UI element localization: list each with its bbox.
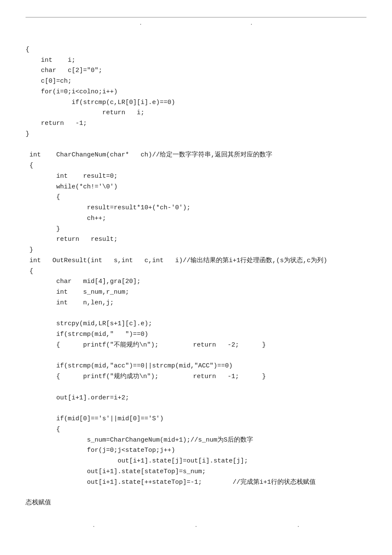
code-line-7: return i; <box>26 109 144 116</box>
bottom-dot-2: · <box>194 524 197 530</box>
code-line-26 <box>26 310 29 317</box>
code-line-9: } <box>26 130 29 138</box>
code-line-38: s_num=CharChangeNum(mid+1);//s_num为S后的数字 <box>26 436 253 444</box>
code-line-8: return -1; <box>26 120 87 127</box>
code-line-19: return result; <box>26 236 118 243</box>
code-line-34: out[i+1].order=i+2; <box>26 394 129 402</box>
code-line-37: { <box>26 426 60 433</box>
code-line-15: { <box>26 194 60 201</box>
bottom-dots: · · · <box>0 524 392 530</box>
code-line-30 <box>26 352 29 359</box>
top-divider <box>26 17 366 17</box>
code-line-10 <box>26 141 29 148</box>
code-line-29: { printf("不能规约\n"); return -2; } <box>26 341 266 349</box>
code-line-20: } <box>26 246 33 254</box>
page-container: · · { int i; char c[2]="0"; c[0]=ch; for… <box>0 0 392 555</box>
code-line-39: for(j=0;j<stateTop;j++) <box>26 447 175 454</box>
code-line-28: if(strcmp(mid," ")==0) <box>26 331 148 338</box>
code-content: { int i; char c[2]="0"; c[0]=ch; for(i=0… <box>0 34 392 498</box>
code-line-22: { <box>26 268 33 275</box>
code-line-42: out[i+1].state[++stateTop]=-1; //完成第i+1行… <box>26 479 316 486</box>
code-line-24: int s_num,r_num; <box>26 289 129 296</box>
code-line-16: result=result*10+(*ch-'0'); <box>26 204 190 211</box>
code-line-5: for(i=0;i<colno;i++) <box>26 88 118 95</box>
code-line-6: if(strcmp(c,LR[0][i].e)==0) <box>26 99 175 106</box>
code-line-1: { <box>26 46 29 53</box>
wrap-text: 态栈赋值 <box>26 499 51 506</box>
bottom-dot-1: · <box>92 524 95 530</box>
code-line-2: int i; <box>26 57 75 64</box>
code-line-17: ch++; <box>26 215 106 222</box>
code-line-18: } <box>26 225 60 233</box>
top-dot-1: · <box>139 22 142 28</box>
code-line-12: { <box>26 162 33 169</box>
code-line-13: int result=0; <box>26 173 118 180</box>
code-line-36: if(mid[0]=='s'||mid[0]=='S') <box>26 415 164 422</box>
code-line-21: int OutResult(int s,int c,int i)//输出结果的第… <box>26 257 327 264</box>
code-line-40: out[i+1].state[j]=out[i].state[j]; <box>26 457 248 465</box>
code-line-27: strcpy(mid,LR[s+1][c].e); <box>26 320 152 327</box>
code-line-35 <box>26 405 29 412</box>
code-line-33 <box>26 384 29 391</box>
top-dots: · · <box>0 22 392 28</box>
code-line-14: while(*ch!='\0') <box>26 183 118 191</box>
code-line-4: c[0]=ch; <box>26 78 72 85</box>
code-line-11: int CharChangeNum(char* ch)//给定一数字字符串,返回… <box>26 151 272 159</box>
code-line-41: out[i+1].state[stateTop]=s_num; <box>26 468 206 475</box>
code-line-23: char mid[4],gra[20]; <box>26 278 141 285</box>
code-line-31: if(strcmp(mid,"acc")==0||strcmp(mid,"ACC… <box>26 362 233 370</box>
code-line-32: { printf("规约成功\n"); return -1; } <box>26 373 266 380</box>
code-line-25: int n,len,j; <box>26 299 114 306</box>
bottom-dot-3: · <box>297 524 300 530</box>
code-line-3: char c[2]="0"; <box>26 67 102 74</box>
top-dot-2: · <box>250 22 253 28</box>
